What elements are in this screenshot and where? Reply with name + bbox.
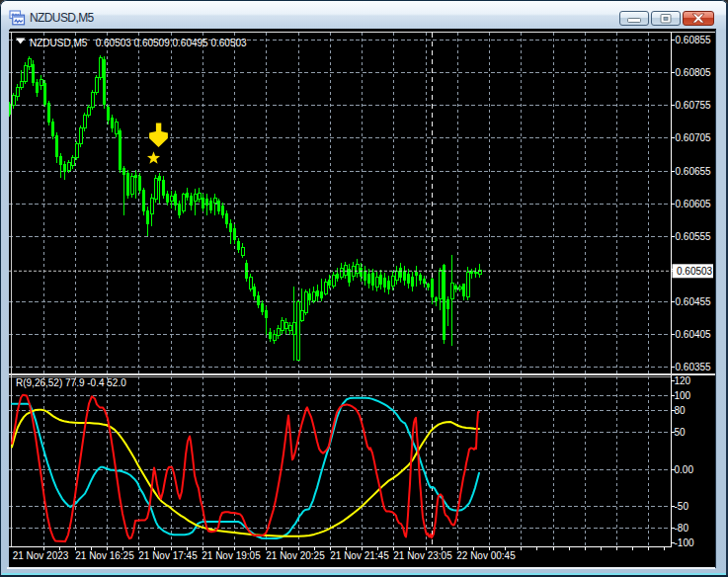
svg-text:0.60805: 0.60805 [676, 67, 712, 78]
svg-text:0.00: 0.00 [675, 464, 694, 475]
svg-text:0.60555: 0.60555 [676, 231, 712, 242]
svg-text:0.60755: 0.60755 [676, 100, 712, 111]
svg-text:21 Nov 2023: 21 Nov 2023 [13, 550, 69, 561]
svg-text:0.60855: 0.60855 [676, 35, 712, 45]
svg-text:0.60605: 0.60605 [676, 199, 712, 209]
svg-text:50: 50 [675, 427, 687, 438]
svg-text:21 Nov 17:45: 21 Nov 17:45 [138, 550, 198, 561]
svg-text:21 Nov 21:45: 21 Nov 21:45 [330, 550, 389, 561]
svg-text:120: 120 [675, 375, 691, 386]
svg-text:-80: -80 [675, 523, 689, 534]
svg-text:0.60705: 0.60705 [676, 132, 712, 143]
svg-text:NZDUSD,M5 0.60503 0.60509 0.: NZDUSD,M5 0.60503 0.60509 0.60495 0.6050… [30, 38, 247, 48]
svg-text:0.60355: 0.60355 [676, 362, 712, 372]
svg-text:-100: -100 [675, 537, 694, 548]
svg-text:0.60655: 0.60655 [676, 166, 712, 177]
svg-text:21 Nov 20:25: 21 Nov 20:25 [266, 550, 325, 561]
svg-text:21 Nov 16:25: 21 Nov 16:25 [75, 550, 134, 561]
svg-text:0.60455: 0.60455 [676, 296, 712, 307]
svg-text:21 Nov 19:05: 21 Nov 19:05 [202, 550, 261, 561]
svg-text:-50: -50 [675, 501, 689, 512]
svg-text:22 Nov 00:45: 22 Nov 00:45 [456, 550, 516, 561]
svg-text:R(9,26,52) 77.9 -0.4 52.0: R(9,26,52) 77.9 -0.4 52.0 [16, 377, 126, 388]
svg-text:21 Nov 23:05: 21 Nov 23:05 [393, 550, 452, 561]
svg-text:100: 100 [675, 390, 691, 401]
svg-text:0.60405: 0.60405 [676, 329, 712, 340]
svg-text:0.60503: 0.60503 [677, 266, 713, 277]
svg-text:80: 80 [675, 405, 687, 416]
